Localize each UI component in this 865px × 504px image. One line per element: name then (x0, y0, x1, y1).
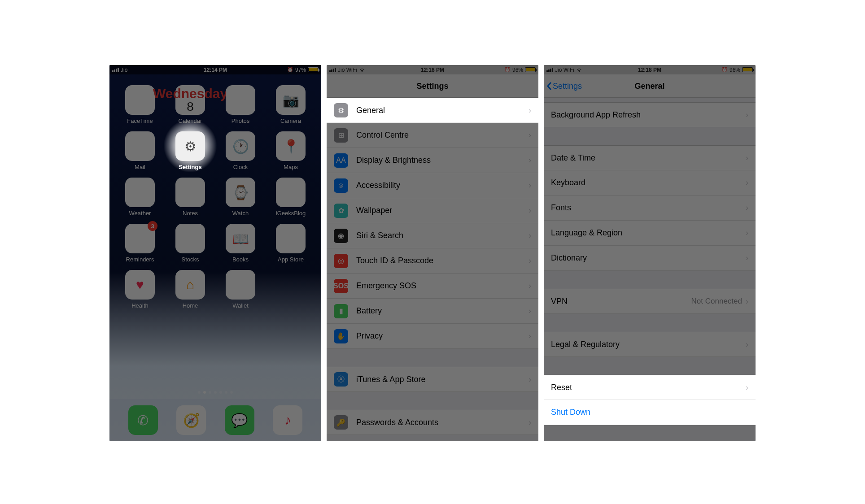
chevron-right-icon: › (529, 331, 531, 341)
row-date-time[interactable]: Date & Time › (544, 145, 756, 170)
home-screen: Jio 12:14 PM ⏰ 97% ▣FaceTime Wednesday8C… (109, 65, 321, 441)
row-sos[interactable]: SOS Emergency SOS › (327, 274, 538, 299)
chevron-right-icon: › (529, 156, 531, 165)
row-itunes[interactable]: Ⓐ iTunes & App Store › (327, 367, 538, 392)
app-settings[interactable]: ⚙Settings (168, 131, 213, 170)
row-control-centre[interactable]: ⊞ Control Centre › (327, 123, 538, 148)
chevron-right-icon: › (529, 106, 531, 115)
signal-icon (546, 68, 553, 72)
chevron-right-icon: › (746, 253, 748, 263)
chevron-right-icon: › (746, 178, 748, 187)
signal-icon (329, 68, 336, 72)
sos-icon: SOS (334, 279, 348, 293)
chevron-right-icon: › (746, 153, 748, 163)
appstore-icon: Ⓐ (334, 372, 348, 387)
row-siri[interactable]: ◉ Siri & Search › (327, 223, 538, 248)
fingerprint-icon: ◎ (334, 254, 348, 268)
wifi-icon (359, 67, 365, 73)
chevron-right-icon: › (746, 110, 748, 120)
chevron-right-icon: › (529, 206, 531, 215)
text-size-icon: AA (334, 153, 348, 168)
row-keyboard[interactable]: Keyboard › (544, 170, 756, 196)
chevron-right-icon: › (746, 228, 748, 238)
chevron-right-icon: › (529, 130, 531, 140)
row-vpn[interactable]: VPN Not Connected › (544, 289, 756, 314)
nav-title: Settings (327, 74, 538, 98)
row-privacy[interactable]: ✋ Privacy › (327, 324, 538, 349)
row-accessibility[interactable]: ☺ Accessibility › (327, 173, 538, 198)
siri-icon: ◉ (334, 229, 348, 243)
battery-icon (525, 67, 536, 72)
wallpaper-icon: ✿ (334, 204, 348, 218)
row-legal[interactable]: Legal & Regulatory › (544, 332, 756, 357)
toggles-icon: ⊞ (334, 128, 348, 143)
row-battery[interactable]: ▮ Battery › (327, 299, 538, 324)
chevron-right-icon: › (529, 231, 531, 240)
row-wallpaper[interactable]: ✿ Wallpaper › (327, 198, 538, 223)
row-shutdown[interactable]: Shut Down (544, 400, 756, 425)
back-button[interactable]: Settings (546, 74, 582, 97)
chevron-right-icon: › (529, 418, 531, 427)
battery-percent: 96% (512, 67, 523, 73)
carrier-label: Jio WiFi (555, 67, 574, 73)
chevron-right-icon: › (746, 203, 748, 213)
wifi-icon (576, 67, 582, 73)
settings-screen: Jio WiFi 12:18 PM ⏰ 96% Settings ⚙ Gener… (327, 65, 538, 441)
row-display[interactable]: AA Display & Brightness › (327, 148, 538, 173)
carrier-label: Jio WiFi (338, 67, 357, 73)
chevron-right-icon: › (746, 340, 748, 349)
row-dictionary[interactable]: Dictionary › (544, 246, 756, 271)
status-bar: Jio WiFi 12:18 PM ⏰ 96% (327, 65, 538, 74)
status-bar: Jio WiFi 12:18 PM ⏰ 96% (544, 65, 756, 74)
chevron-right-icon: › (746, 297, 748, 306)
vpn-status: Not Connected (691, 297, 742, 306)
chevron-right-icon: › (529, 256, 531, 265)
general-screen: Jio WiFi 12:18 PM ⏰ 96% Settings General… (544, 65, 756, 441)
alarm-icon: ⏰ (721, 67, 728, 73)
chevron-right-icon: › (529, 281, 531, 291)
chevron-right-icon: › (529, 375, 531, 384)
nav-title: Settings General (544, 74, 756, 98)
row-language-region[interactable]: Language & Region › (544, 221, 756, 246)
row-passwords[interactable]: 🔑 Passwords & Accounts › (327, 410, 538, 435)
row-touchid[interactable]: ◎ Touch ID & Passcode › (327, 248, 538, 274)
row-general[interactable]: ⚙ General › (327, 98, 538, 123)
gear-icon: ⚙ (334, 103, 348, 117)
battery-percent: 96% (730, 67, 740, 73)
row-bg-refresh[interactable]: Background App Refresh › (544, 102, 756, 127)
chevron-right-icon: › (529, 306, 531, 316)
accessibility-icon: ☺ (334, 178, 348, 193)
alarm-icon: ⏰ (504, 67, 511, 73)
row-fonts[interactable]: Fonts › (544, 196, 756, 221)
hand-icon: ✋ (334, 329, 348, 343)
key-icon: 🔑 (334, 415, 348, 430)
chevron-right-icon: › (746, 383, 748, 392)
row-reset[interactable]: Reset › (544, 375, 756, 400)
battery-row-icon: ▮ (334, 304, 348, 318)
battery-icon (742, 67, 753, 72)
chevron-right-icon: › (529, 181, 531, 190)
